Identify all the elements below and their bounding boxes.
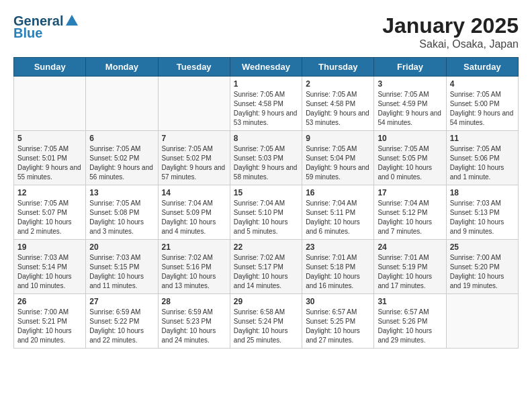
calendar-cell: 26Sunrise: 7:00 AM Sunset: 5:21 PM Dayli… bbox=[14, 294, 86, 349]
title-block: January 2025 Sakai, Osaka, Japan bbox=[382, 13, 519, 50]
calendar-cell: 25Sunrise: 7:00 AM Sunset: 5:20 PM Dayli… bbox=[446, 240, 518, 294]
day-detail: Sunrise: 7:01 AM Sunset: 5:19 PM Dayligh… bbox=[378, 253, 442, 291]
calendar-cell: 24Sunrise: 7:01 AM Sunset: 5:19 PM Dayli… bbox=[374, 240, 446, 294]
calendar-cell bbox=[86, 77, 158, 131]
day-number: 20 bbox=[89, 242, 154, 252]
calendar-cell: 29Sunrise: 6:58 AM Sunset: 5:24 PM Dayli… bbox=[230, 294, 302, 349]
page-title: January 2025 bbox=[382, 13, 519, 38]
day-number: 11 bbox=[450, 134, 515, 143]
calendar-cell: 6Sunrise: 7:05 AM Sunset: 5:02 PM Daylig… bbox=[86, 131, 158, 185]
day-detail: Sunrise: 6:57 AM Sunset: 5:26 PM Dayligh… bbox=[378, 308, 442, 345]
day-number: 18 bbox=[450, 188, 515, 197]
day-number: 12 bbox=[17, 188, 82, 197]
day-number: 14 bbox=[162, 188, 226, 197]
day-detail: Sunrise: 7:05 AM Sunset: 4:58 PM Dayligh… bbox=[306, 90, 370, 128]
calendar-cell: 10Sunrise: 7:05 AM Sunset: 5:05 PM Dayli… bbox=[374, 131, 446, 185]
day-detail: Sunrise: 7:05 AM Sunset: 5:00 PM Dayligh… bbox=[450, 90, 515, 128]
calendar-cell bbox=[14, 77, 86, 131]
day-number: 23 bbox=[306, 242, 370, 252]
day-detail: Sunrise: 6:59 AM Sunset: 5:23 PM Dayligh… bbox=[162, 308, 226, 345]
day-detail: Sunrise: 6:59 AM Sunset: 5:22 PM Dayligh… bbox=[89, 308, 154, 345]
calendar-cell: 14Sunrise: 7:04 AM Sunset: 5:09 PM Dayli… bbox=[158, 185, 230, 240]
column-header-sunday: Sunday bbox=[14, 58, 86, 77]
day-detail: Sunrise: 7:05 AM Sunset: 5:02 PM Dayligh… bbox=[162, 144, 226, 182]
day-detail: Sunrise: 7:04 AM Sunset: 5:09 PM Dayligh… bbox=[162, 199, 226, 236]
logo-blue: Blue bbox=[13, 26, 79, 40]
calendar-cell: 8Sunrise: 7:05 AM Sunset: 5:03 PM Daylig… bbox=[230, 131, 302, 185]
day-detail: Sunrise: 6:58 AM Sunset: 5:24 PM Dayligh… bbox=[234, 308, 298, 345]
calendar-week-row: 5Sunrise: 7:05 AM Sunset: 5:01 PM Daylig… bbox=[14, 131, 519, 185]
day-detail: Sunrise: 7:05 AM Sunset: 5:08 PM Dayligh… bbox=[89, 199, 154, 236]
column-header-monday: Monday bbox=[86, 58, 158, 77]
day-number: 4 bbox=[450, 79, 515, 89]
day-detail: Sunrise: 7:00 AM Sunset: 5:20 PM Dayligh… bbox=[450, 253, 515, 291]
calendar-cell: 16Sunrise: 7:04 AM Sunset: 5:11 PM Dayli… bbox=[302, 185, 374, 240]
calendar-cell: 28Sunrise: 6:59 AM Sunset: 5:23 PM Dayli… bbox=[158, 294, 230, 349]
column-header-wednesday: Wednesday bbox=[230, 58, 302, 77]
day-detail: Sunrise: 7:05 AM Sunset: 5:03 PM Dayligh… bbox=[234, 144, 298, 182]
day-number: 24 bbox=[378, 242, 442, 252]
day-detail: Sunrise: 7:04 AM Sunset: 5:12 PM Dayligh… bbox=[378, 199, 442, 236]
calendar-cell: 7Sunrise: 7:05 AM Sunset: 5:02 PM Daylig… bbox=[158, 131, 230, 185]
calendar-week-row: 1Sunrise: 7:05 AM Sunset: 4:58 PM Daylig… bbox=[14, 77, 519, 131]
calendar-cell: 21Sunrise: 7:02 AM Sunset: 5:16 PM Dayli… bbox=[158, 240, 230, 294]
calendar-cell: 30Sunrise: 6:57 AM Sunset: 5:25 PM Dayli… bbox=[302, 294, 374, 349]
column-header-friday: Friday bbox=[374, 58, 446, 77]
day-number: 28 bbox=[162, 297, 226, 306]
day-detail: Sunrise: 7:05 AM Sunset: 4:58 PM Dayligh… bbox=[234, 90, 298, 128]
day-number: 26 bbox=[17, 297, 82, 306]
day-detail: Sunrise: 7:05 AM Sunset: 5:04 PM Dayligh… bbox=[306, 144, 370, 182]
day-number: 13 bbox=[89, 188, 154, 197]
day-detail: Sunrise: 7:03 AM Sunset: 5:14 PM Dayligh… bbox=[17, 253, 82, 291]
calendar-cell: 22Sunrise: 7:02 AM Sunset: 5:17 PM Dayli… bbox=[230, 240, 302, 294]
day-detail: Sunrise: 7:04 AM Sunset: 5:10 PM Dayligh… bbox=[234, 199, 298, 236]
calendar-cell: 15Sunrise: 7:04 AM Sunset: 5:10 PM Dayli… bbox=[230, 185, 302, 240]
day-number: 1 bbox=[234, 79, 298, 89]
calendar-week-row: 12Sunrise: 7:05 AM Sunset: 5:07 PM Dayli… bbox=[14, 185, 519, 240]
day-number: 2 bbox=[306, 79, 370, 89]
calendar-cell bbox=[158, 77, 230, 131]
day-number: 16 bbox=[306, 188, 370, 197]
day-number: 15 bbox=[234, 188, 298, 197]
day-number: 21 bbox=[162, 242, 226, 252]
day-number: 30 bbox=[306, 297, 370, 306]
page-subtitle: Sakai, Osaka, Japan bbox=[382, 38, 519, 50]
day-detail: Sunrise: 7:05 AM Sunset: 5:05 PM Dayligh… bbox=[378, 144, 442, 182]
day-number: 22 bbox=[234, 242, 298, 252]
day-number: 17 bbox=[378, 188, 442, 197]
day-number: 25 bbox=[450, 242, 515, 252]
logo: General Blue bbox=[13, 13, 79, 40]
day-detail: Sunrise: 7:04 AM Sunset: 5:11 PM Dayligh… bbox=[306, 199, 370, 236]
day-detail: Sunrise: 7:02 AM Sunset: 5:17 PM Dayligh… bbox=[234, 253, 298, 291]
day-detail: Sunrise: 7:05 AM Sunset: 5:06 PM Dayligh… bbox=[450, 144, 515, 182]
calendar-cell: 2Sunrise: 7:05 AM Sunset: 4:58 PM Daylig… bbox=[302, 77, 374, 131]
day-number: 19 bbox=[17, 242, 82, 252]
day-detail: Sunrise: 7:02 AM Sunset: 5:16 PM Dayligh… bbox=[162, 253, 226, 291]
column-header-saturday: Saturday bbox=[446, 58, 518, 77]
day-number: 29 bbox=[234, 297, 298, 306]
calendar-table: SundayMondayTuesdayWednesdayThursdayFrid… bbox=[13, 57, 519, 349]
day-number: 6 bbox=[89, 134, 154, 143]
calendar-cell: 31Sunrise: 6:57 AM Sunset: 5:26 PM Dayli… bbox=[374, 294, 446, 349]
calendar-week-row: 26Sunrise: 7:00 AM Sunset: 5:21 PM Dayli… bbox=[14, 294, 519, 349]
day-number: 7 bbox=[162, 134, 226, 143]
day-number: 31 bbox=[378, 297, 442, 306]
calendar-cell: 27Sunrise: 6:59 AM Sunset: 5:22 PM Dayli… bbox=[86, 294, 158, 349]
day-number: 9 bbox=[306, 134, 370, 143]
day-detail: Sunrise: 7:01 AM Sunset: 5:18 PM Dayligh… bbox=[306, 253, 370, 291]
day-number: 5 bbox=[17, 134, 82, 143]
calendar-cell: 3Sunrise: 7:05 AM Sunset: 4:59 PM Daylig… bbox=[374, 77, 446, 131]
calendar-week-row: 19Sunrise: 7:03 AM Sunset: 5:14 PM Dayli… bbox=[14, 240, 519, 294]
day-detail: Sunrise: 7:03 AM Sunset: 5:13 PM Dayligh… bbox=[450, 199, 515, 236]
calendar-header-row: SundayMondayTuesdayWednesdayThursdayFrid… bbox=[14, 58, 519, 77]
calendar-cell: 19Sunrise: 7:03 AM Sunset: 5:14 PM Dayli… bbox=[14, 240, 86, 294]
calendar-cell: 13Sunrise: 7:05 AM Sunset: 5:08 PM Dayli… bbox=[86, 185, 158, 240]
calendar-cell: 11Sunrise: 7:05 AM Sunset: 5:06 PM Dayli… bbox=[446, 131, 518, 185]
column-header-tuesday: Tuesday bbox=[158, 58, 230, 77]
day-number: 10 bbox=[378, 134, 442, 143]
calendar-cell: 18Sunrise: 7:03 AM Sunset: 5:13 PM Dayli… bbox=[446, 185, 518, 240]
svg-marker-0 bbox=[66, 15, 78, 26]
day-detail: Sunrise: 7:00 AM Sunset: 5:21 PM Dayligh… bbox=[17, 308, 82, 345]
calendar-cell bbox=[446, 294, 518, 349]
calendar-cell: 17Sunrise: 7:04 AM Sunset: 5:12 PM Dayli… bbox=[374, 185, 446, 240]
